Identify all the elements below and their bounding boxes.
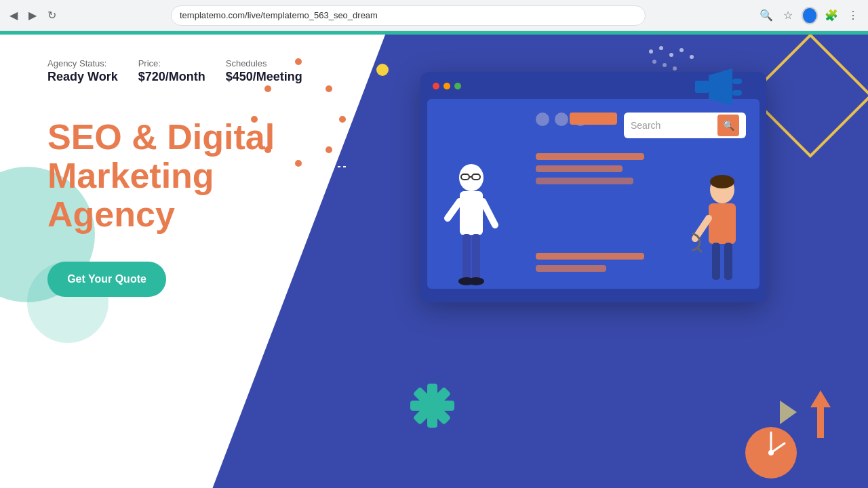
mockup-dot-green bbox=[454, 83, 461, 89]
accent-bar bbox=[0, 31, 868, 35]
gear-circle-decoration bbox=[743, 424, 800, 485]
hero-line3: Agency bbox=[47, 195, 346, 234]
person-right bbox=[692, 171, 753, 289]
mockup-dot-red bbox=[433, 83, 439, 89]
svg-rect-52 bbox=[724, 243, 732, 280]
svg-point-28 bbox=[669, 53, 673, 57]
profile-icon[interactable] bbox=[802, 7, 818, 24]
mockup-nav-dot-1 bbox=[536, 113, 549, 126]
browser-icons: 🔍 ☆ 🧩 ⋮ bbox=[758, 7, 861, 24]
schedules-value: $450/Meeting bbox=[226, 70, 302, 84]
agency-value: Ready Work bbox=[47, 70, 118, 84]
back-button[interactable]: ◀ bbox=[7, 9, 20, 22]
search-browser-icon[interactable]: 🔍 bbox=[758, 7, 774, 24]
left-content: Agency Status: Ready Work Price: $720/Mo… bbox=[0, 31, 380, 488]
arrow-up-decoration bbox=[810, 390, 831, 441]
svg-rect-22 bbox=[695, 81, 709, 93]
svg-point-46 bbox=[710, 175, 734, 188]
mockup-nav-dot-2 bbox=[555, 113, 568, 126]
cta-label: Get Your Quote bbox=[67, 273, 146, 285]
price-value: $720/Month bbox=[138, 70, 205, 84]
svg-marker-53 bbox=[810, 390, 831, 438]
svg-point-32 bbox=[663, 63, 667, 67]
agency-label: Agency Status: bbox=[47, 58, 118, 68]
triangle-decoration bbox=[780, 401, 800, 427]
svg-rect-25 bbox=[732, 90, 742, 96]
svg-line-40 bbox=[483, 201, 495, 225]
price-stat: Price: $720/Month bbox=[138, 58, 205, 84]
content-line-5 bbox=[536, 265, 606, 272]
extension-icon[interactable]: 🧩 bbox=[823, 7, 840, 24]
svg-line-50 bbox=[697, 247, 702, 252]
content-line-1 bbox=[536, 153, 644, 160]
mockup-search-text: Search bbox=[631, 120, 712, 131]
browser-chrome: ◀ ▶ ↻ templatemo.com/live/templatemo_563… bbox=[0, 0, 868, 31]
scatter-dots-top bbox=[644, 45, 698, 88]
person-left bbox=[441, 157, 502, 289]
svg-point-58 bbox=[768, 450, 774, 455]
search-icon: 🔍 bbox=[723, 120, 734, 131]
mockup-search-bar[interactable]: Search 🔍 bbox=[624, 113, 746, 138]
hero-line2: Marketing bbox=[47, 157, 346, 195]
content-wrapper: Agency Status: Ready Work Price: $720/Mo… bbox=[0, 31, 868, 488]
svg-point-29 bbox=[679, 48, 684, 52]
cta-button[interactable]: Get Your Quote bbox=[47, 262, 166, 297]
svg-point-44 bbox=[468, 277, 484, 285]
bookmark-icon[interactable]: ☆ bbox=[780, 7, 796, 24]
url-bar[interactable]: templatemo.com/live/templatemo_563_seo_d… bbox=[171, 5, 646, 26]
content-line-2 bbox=[536, 165, 623, 172]
content-line-4 bbox=[536, 253, 644, 260]
svg-marker-54 bbox=[780, 401, 797, 424]
price-label: Price: bbox=[138, 58, 205, 68]
svg-point-27 bbox=[659, 46, 663, 50]
svg-rect-47 bbox=[709, 203, 736, 244]
svg-rect-41 bbox=[462, 234, 471, 281]
svg-marker-23 bbox=[709, 68, 732, 106]
mockup-body: Search 🔍 bbox=[427, 99, 760, 289]
svg-rect-42 bbox=[472, 234, 480, 281]
schedules-label: Schedules bbox=[226, 58, 302, 68]
svg-point-26 bbox=[649, 49, 653, 54]
mockup-dot-orange bbox=[443, 83, 450, 89]
reload-button[interactable]: ↻ bbox=[45, 9, 58, 22]
svg-line-39 bbox=[448, 201, 460, 218]
menu-icon[interactable]: ⋮ bbox=[845, 7, 861, 24]
forward-button[interactable]: ▶ bbox=[26, 9, 39, 22]
schedules-stat: Schedules $450/Meeting bbox=[226, 58, 302, 84]
mockup-content-lines bbox=[536, 153, 644, 184]
svg-rect-24 bbox=[732, 79, 742, 84]
svg-point-31 bbox=[652, 60, 656, 64]
avatar bbox=[802, 7, 818, 24]
url-text: templatemo.com/live/templatemo_563_seo_d… bbox=[180, 10, 378, 20]
svg-rect-38 bbox=[460, 191, 483, 235]
mockup-content-lines-2 bbox=[536, 253, 644, 272]
x-decoration bbox=[410, 384, 454, 430]
hero-line1: SEO & Digital bbox=[47, 118, 346, 157]
stats-row: Agency Status: Ready Work Price: $720/Mo… bbox=[47, 58, 346, 84]
mockup-btn-orange bbox=[570, 113, 617, 125]
right-content: Search 🔍 bbox=[380, 31, 868, 488]
svg-rect-51 bbox=[712, 243, 720, 280]
page-area: Agency Status: Ready Work Price: $720/Mo… bbox=[0, 31, 868, 488]
content-line-3 bbox=[536, 178, 633, 184]
hero-title: SEO & Digital Marketing Agency bbox=[47, 118, 346, 235]
svg-point-30 bbox=[690, 55, 694, 59]
svg-point-33 bbox=[673, 66, 677, 70]
agency-status-stat: Agency Status: Ready Work bbox=[47, 58, 118, 84]
megaphone-decoration bbox=[695, 68, 743, 108]
cursor-dot bbox=[376, 64, 389, 76]
mockup-search-icon-box: 🔍 bbox=[717, 115, 739, 136]
